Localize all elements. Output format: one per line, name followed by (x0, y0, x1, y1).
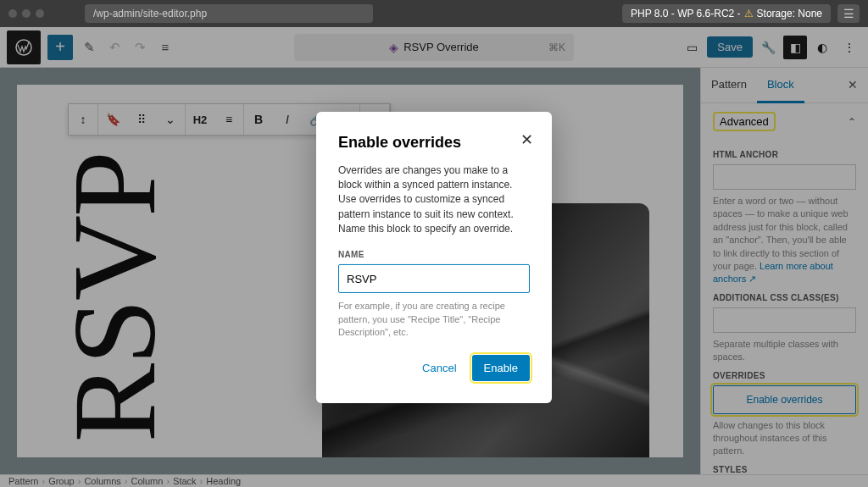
php-wp-version: PHP 8.0 - WP 6.6-RC2 - (631, 8, 741, 19)
url-bar[interactable]: /wp-admin/site-editor.php (85, 4, 373, 23)
site-editor: + ✎ ↶ ↷ ≡ ◈ RSVP Override ⌘K ▭ Save 🔧 ◧ … (0, 27, 868, 487)
close-modal-icon[interactable]: ✕ (520, 130, 533, 148)
modal-description: Overrides are changes you make to a bloc… (338, 163, 530, 236)
window-controls (8, 9, 44, 18)
name-field-label: NAME (338, 250, 530, 259)
override-name-input[interactable] (338, 264, 530, 293)
modal-title: Enable overrides (338, 133, 530, 151)
browser-chrome: /wp-admin/site-editor.php PHP 8.0 - WP 6… (0, 0, 868, 27)
warning-icon: ⚠ (744, 8, 754, 19)
minimize-window[interactable] (22, 9, 31, 18)
name-example-text: For example, if you are creating a recip… (338, 300, 530, 339)
enable-button[interactable]: Enable (472, 355, 530, 381)
env-status: PHP 8.0 - WP 6.6-RC2 - ⚠ Storage: None (622, 4, 831, 23)
close-window[interactable] (8, 9, 17, 18)
storage-status: Storage: None (757, 8, 822, 19)
enable-overrides-modal: ✕ Enable overrides Overrides are changes… (316, 111, 552, 402)
cancel-button[interactable]: Cancel (414, 355, 465, 381)
maximize-window[interactable] (36, 9, 44, 18)
menu-icon[interactable]: ☰ (837, 4, 860, 23)
